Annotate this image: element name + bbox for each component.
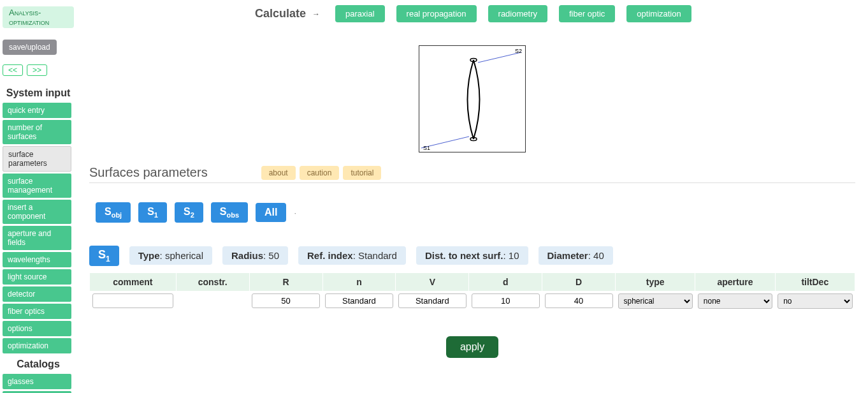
col-aperture: aperture (695, 272, 775, 291)
D-input[interactable] (545, 293, 613, 308)
catalogs-title: Catalogs (3, 359, 74, 370)
nav-prev-button[interactable]: << (3, 64, 23, 76)
sidebar-item-quick-entry[interactable]: quick entry (3, 103, 71, 118)
caution-button[interactable]: caution (300, 166, 340, 180)
tab-s1[interactable]: S1 (138, 202, 167, 223)
save-upload-button[interactable]: save/upload (3, 40, 57, 55)
col-constr: constr. (176, 272, 249, 291)
sidebar-item-wavelengths[interactable]: wavelengths (3, 252, 71, 267)
diameter-chip: Diameter: 40 (539, 246, 613, 265)
type-chip: Type: spherical (129, 246, 212, 265)
refindex-chip: Ref. index: Standard (298, 246, 406, 265)
calc-real-propagation-button[interactable]: real propagation (396, 5, 477, 22)
dist-chip: Dist. to next surf.: 10 (416, 246, 528, 265)
surface-params-table: comment constr. R n V d D type aperture … (89, 272, 855, 311)
apply-button[interactable]: apply (446, 336, 498, 358)
col-V: V (396, 272, 469, 291)
col-type: type (616, 272, 695, 291)
tab-all[interactable]: All (256, 203, 286, 222)
comment-input[interactable] (92, 293, 174, 308)
calc-paraxial-button[interactable]: paraxial (335, 5, 385, 22)
col-tiltDec: tiltDec (775, 272, 855, 291)
sidebar-item-surface-management[interactable]: surface management (3, 174, 71, 198)
col-d: d (469, 272, 542, 291)
s1-label: S1 (423, 145, 430, 151)
col-R: R (249, 272, 322, 291)
sidebar-item-aperture-and-fields[interactable]: aperture and fields (3, 226, 71, 250)
radius-chip: Radius: 50 (222, 246, 288, 265)
sidebar-item-insert-a-component[interactable]: insert a component (3, 200, 71, 224)
lens-right-surface (474, 60, 480, 139)
sidebar-item-optimization[interactable]: optimization (3, 338, 71, 353)
col-D: D (542, 272, 616, 291)
tab-sobs[interactable]: Sobs (211, 202, 248, 223)
nav-next-button[interactable]: >> (27, 64, 47, 76)
n-input[interactable] (325, 293, 393, 308)
optical-diagram: S1 S2 (419, 45, 526, 152)
sidebar-item-number-of-surfaces[interactable]: number of surfaces (3, 120, 71, 144)
sidebar-item-detector[interactable]: detector (3, 286, 71, 302)
calc-radiometry-button[interactable]: radiometry (488, 5, 547, 22)
sidebar-item-surface-parameters[interactable]: surface parameters (3, 146, 71, 172)
s2-label: S2 (515, 48, 522, 54)
arrow-icon: → (312, 10, 320, 19)
R-input[interactable] (252, 293, 320, 308)
V-input[interactable] (398, 293, 467, 308)
current-surface-chip: S1 (89, 246, 119, 266)
tab-more: · (294, 208, 296, 218)
calc-optimization-button[interactable]: optimization (626, 5, 691, 22)
constr-cell (176, 291, 249, 311)
col-comment: comment (90, 272, 177, 291)
tutorial-button[interactable]: tutorial (343, 166, 381, 180)
tiltdec-select[interactable]: no (778, 293, 852, 309)
about-button[interactable]: about (261, 166, 296, 180)
sidebar-item-light-source[interactable]: light source (3, 269, 71, 285)
sidebar-item-fiber-optics[interactable]: fiber optics (3, 304, 71, 319)
calculate-label: Calculate (255, 7, 306, 20)
calc-fiber-optic-button[interactable]: fiber optic (559, 5, 615, 22)
analysis-badge: Analysis-optimization (3, 6, 74, 28)
col-n: n (322, 272, 396, 291)
tab-sobj[interactable]: Sobj (96, 202, 131, 223)
page-title: Surfaces parameters (89, 165, 208, 180)
sidebar-item-options[interactable]: options (3, 321, 71, 336)
system-input-title: System input (3, 87, 74, 99)
type-select[interactable]: spherical (618, 293, 693, 309)
lens-left-surface (468, 60, 474, 139)
catalog-item-glasses[interactable]: glasses (3, 374, 71, 389)
tab-s2[interactable]: S2 (175, 202, 203, 223)
d-input[interactable] (472, 293, 540, 308)
aperture-select[interactable]: none (698, 293, 772, 309)
table-row: spherical none no (90, 291, 855, 311)
